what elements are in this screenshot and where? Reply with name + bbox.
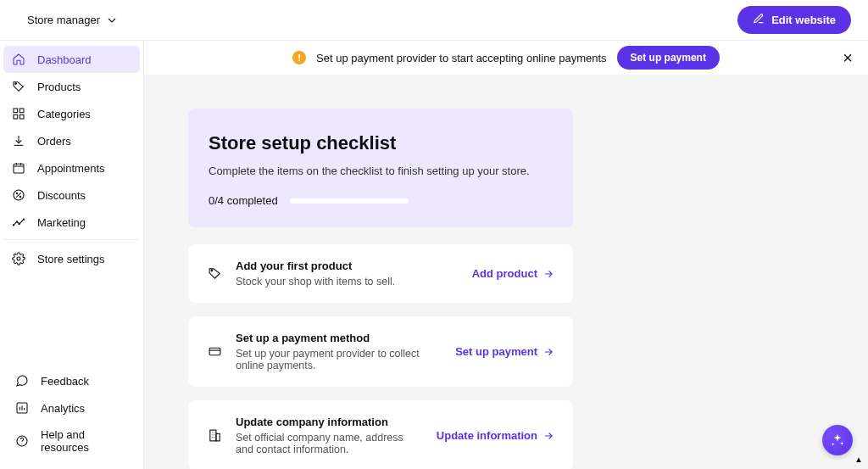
sidebar-item-marketing[interactable]: Marketing xyxy=(3,209,140,236)
sidebar-separator: Store settings xyxy=(3,239,140,272)
progress-row: 0/4 completed xyxy=(209,194,553,207)
caret-up-icon: ▲ xyxy=(854,455,863,464)
sidebar-item-label: Orders xyxy=(37,135,71,148)
sidebar-main-nav: Dashboard Products Categories Orders App… xyxy=(0,46,143,272)
building-icon xyxy=(207,428,222,444)
svg-point-8 xyxy=(19,196,20,197)
tag-icon xyxy=(207,266,222,282)
checklist-item-title: Set up a payment method xyxy=(236,332,442,344)
setup-payment-link[interactable]: Set up payment xyxy=(455,345,554,358)
banner-cta-button[interactable]: Set up payment xyxy=(617,46,720,70)
svg-rect-19 xyxy=(209,430,215,441)
chevron-down-icon xyxy=(105,14,119,27)
checklist-item-body: Add your first product Stock your shop w… xyxy=(236,260,459,288)
edit-website-label: Edit website xyxy=(771,14,836,26)
checklist-action-label: Set up payment xyxy=(455,345,537,358)
checklist-item-payment: Set up a payment method Set up your paym… xyxy=(188,316,573,387)
help-icon xyxy=(15,434,29,448)
arrow-right-icon xyxy=(542,430,554,442)
download-icon xyxy=(12,134,25,148)
sidebar-item-label: Discounts xyxy=(37,189,86,202)
progress-text: 0/4 completed xyxy=(209,194,278,207)
help-fab[interactable] xyxy=(822,425,853,455)
checklist-item-title: Add your first product xyxy=(236,260,459,272)
banner-text: Set up payment provider to start accepti… xyxy=(316,52,607,64)
sidebar: Dashboard Products Categories Orders App… xyxy=(0,41,144,469)
sidebar-item-label: Appointments xyxy=(37,162,105,175)
gear-icon xyxy=(12,252,25,265)
progress-bar xyxy=(290,198,409,204)
sidebar-item-products[interactable]: Products xyxy=(3,73,140,100)
close-icon[interactable]: × xyxy=(843,49,853,66)
sidebar-item-label: Feedback xyxy=(41,375,89,388)
sidebar-item-label: Store settings xyxy=(37,253,105,265)
checklist-item-body: Update company information Set official … xyxy=(236,416,423,455)
content: ! Set up payment provider to start accep… xyxy=(144,41,868,469)
sidebar-item-label: Help and resources xyxy=(41,428,131,454)
store-switcher-label: Store manager xyxy=(27,14,100,26)
checklist-item-desc: Stock your shop with items to sell. xyxy=(236,276,459,288)
payment-banner: ! Set up payment provider to start accep… xyxy=(144,41,868,75)
checklist-item-company: Update company information Set official … xyxy=(188,400,573,469)
store-switcher[interactable]: Store manager xyxy=(27,14,119,27)
sidebar-item-label: Marketing xyxy=(37,216,86,229)
discount-icon xyxy=(12,188,25,202)
sidebar-item-categories[interactable]: Categories xyxy=(3,100,140,127)
svg-point-7 xyxy=(16,193,17,193)
svg-point-0 xyxy=(15,83,17,85)
sidebar-item-appointments[interactable]: Appointments xyxy=(3,154,140,181)
svg-point-17 xyxy=(211,270,213,271)
svg-point-16 xyxy=(21,444,22,444)
checklist-item-desc: Set official company name, address and c… xyxy=(236,432,423,455)
pencil-icon xyxy=(753,13,765,27)
checklist-item-body: Set up a payment method Set up your paym… xyxy=(236,332,442,371)
svg-rect-2 xyxy=(19,109,24,113)
checklist-header-card: Store setup checklist Complete the items… xyxy=(188,109,573,227)
warning-icon: ! xyxy=(292,51,306,64)
sidebar-item-help[interactable]: Help and resources xyxy=(3,422,140,461)
sidebar-item-label: Dashboard xyxy=(37,53,92,66)
svg-rect-18 xyxy=(209,348,220,355)
checklist-subtitle: Complete the items on the checklist to f… xyxy=(209,165,553,177)
analytics-icon xyxy=(15,401,29,415)
sidebar-item-feedback[interactable]: Feedback xyxy=(3,367,140,394)
sidebar-item-store-settings[interactable]: Store settings xyxy=(3,245,140,272)
sparkle-icon xyxy=(830,433,845,448)
card-icon xyxy=(207,344,222,360)
checklist-item-add-product: Add your first product Stock your shop w… xyxy=(188,244,573,303)
topbar: Store manager Edit website xyxy=(0,0,868,41)
sidebar-item-analytics[interactable]: Analytics xyxy=(3,394,140,422)
checklist-column: Store setup checklist Complete the items… xyxy=(188,109,573,469)
body-area: Store setup checklist Complete the items… xyxy=(144,75,868,469)
home-icon xyxy=(12,53,25,66)
edit-website-button[interactable]: Edit website xyxy=(737,6,851,34)
sidebar-footer-nav: Feedback Analytics Help and resources xyxy=(0,367,143,469)
checklist-item-desc: Set up your payment provider to collect … xyxy=(236,348,442,371)
sidebar-item-discounts[interactable]: Discounts xyxy=(3,181,140,209)
add-product-link[interactable]: Add product xyxy=(472,267,554,280)
checklist-item-title: Update company information xyxy=(236,416,423,428)
sidebar-item-label: Categories xyxy=(37,108,91,120)
tag-icon xyxy=(12,80,25,93)
layout: Dashboard Products Categories Orders App… xyxy=(0,41,868,469)
sidebar-item-label: Products xyxy=(37,81,81,93)
feedback-icon xyxy=(15,374,29,388)
svg-rect-5 xyxy=(14,164,24,173)
arrow-right-icon xyxy=(542,268,554,280)
checklist-action-label: Add product xyxy=(472,267,537,280)
checklist-action-label: Update information xyxy=(437,429,537,442)
calendar-icon xyxy=(12,161,25,175)
grid-icon xyxy=(12,107,25,120)
checklist-title: Store setup checklist xyxy=(209,132,553,154)
marketing-icon xyxy=(12,215,25,229)
svg-rect-3 xyxy=(14,114,18,119)
update-information-link[interactable]: Update information xyxy=(437,429,554,442)
sidebar-item-orders[interactable]: Orders xyxy=(3,127,140,154)
svg-point-13 xyxy=(17,257,20,260)
svg-rect-20 xyxy=(215,433,219,441)
arrow-right-icon xyxy=(542,346,554,358)
svg-rect-4 xyxy=(19,114,24,119)
sidebar-item-dashboard[interactable]: Dashboard xyxy=(3,46,140,73)
svg-rect-1 xyxy=(14,109,18,113)
sidebar-item-label: Analytics xyxy=(41,402,85,415)
